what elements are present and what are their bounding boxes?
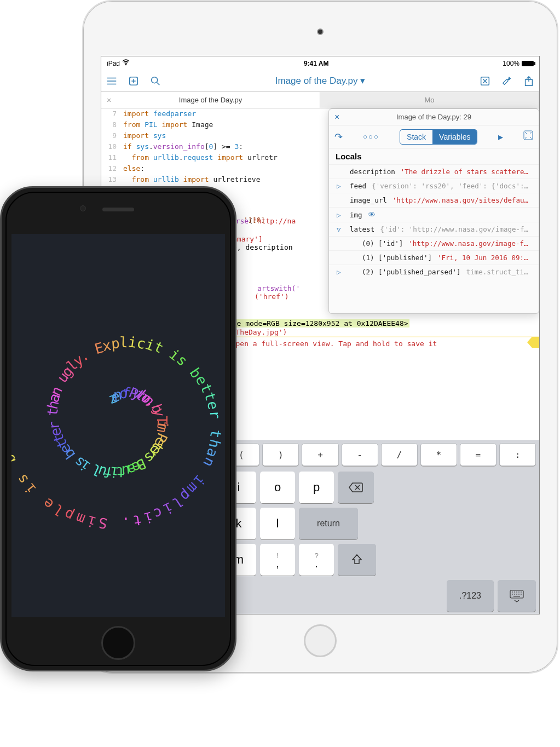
- variable-row[interactable]: (1) ['published']'Fri, 10 Jun 2016 09:5…: [329, 250, 539, 265]
- key[interactable]: o: [260, 472, 295, 503]
- variable-row[interactable]: ▽latest{'id': 'http://www.nasa.gov/image…: [329, 222, 539, 236]
- spiral-char: e: [11, 441, 14, 454]
- variable-row[interactable]: (0) ['id']'http://www.nasa.gov/image-fea…: [329, 236, 539, 250]
- mode-key[interactable]: .?123: [447, 580, 494, 612]
- debugger-title-bar: × Image of the Day.py: 29: [329, 109, 539, 125]
- hide-keyboard-key[interactable]: [498, 580, 536, 612]
- spiral-char: e: [204, 400, 222, 411]
- spiral-char: t: [132, 512, 143, 529]
- iphone-speaker-icon: [102, 208, 134, 211]
- debugger-toolbar: ↷ ○○○ Stack Variables ▸: [329, 125, 539, 148]
- share-icon[interactable]: [523, 75, 535, 87]
- key[interactable]: !,: [260, 544, 295, 576]
- iphone-frame: zen of Python, by Tim Peters Beautiful i…: [0, 186, 236, 671]
- ipad-home-button[interactable]: [304, 624, 337, 657]
- file-title[interactable]: Image of the Day.py ▾: [275, 76, 366, 86]
- clear-icon[interactable]: [479, 75, 491, 87]
- inline-repr: mage mode=RGB size=1280x952 at 0x12DAEEE…: [223, 319, 409, 327]
- variable-row[interactable]: ▷(2) ['published_parsed']time.struct_ti…: [329, 265, 539, 279]
- spiral-char: [110, 515, 119, 532]
- tab-label: Mo: [424, 96, 434, 104]
- key[interactable]: :: [499, 443, 536, 466]
- tab-label: Image of the Day.py: [179, 96, 242, 104]
- iphone-screen: zen of Python, by Tim Peters Beautiful i…: [11, 234, 225, 617]
- close-tab-icon[interactable]: ×: [107, 96, 111, 105]
- seg-variables[interactable]: Variables: [432, 130, 477, 144]
- seg-stack[interactable]: Stack: [400, 130, 432, 144]
- key[interactable]: *: [420, 443, 457, 466]
- search-icon[interactable]: [149, 75, 161, 87]
- spiral-char: m: [73, 509, 88, 528]
- shift-key[interactable]: [338, 544, 376, 576]
- new-file-icon[interactable]: [128, 75, 140, 87]
- step-over-icon[interactable]: ↷: [334, 131, 343, 143]
- zen-spiral: zen of Python, by Tim Peters Beautiful i…: [11, 234, 225, 617]
- wifi-icon: [122, 59, 130, 67]
- ipad-camera: [317, 28, 324, 35]
- key[interactable]: /: [381, 443, 418, 466]
- key[interactable]: ?.: [299, 544, 334, 576]
- debugger-segment[interactable]: Stack Variables: [400, 129, 477, 145]
- variable-row[interactable]: ▷img👁: [329, 207, 539, 222]
- close-debugger-icon[interactable]: ×: [334, 112, 339, 122]
- expand-icon[interactable]: [523, 130, 533, 143]
- tab-inactive[interactable]: Mo: [320, 92, 539, 108]
- variable-row[interactable]: ▷feed{'version': 'rss20', 'feed': {'docs…: [329, 179, 539, 193]
- key[interactable]: p: [299, 472, 334, 503]
- iphone-camera-icon: [80, 205, 86, 211]
- svg-point-2: [152, 77, 158, 83]
- debugger-title: Image of the Day.py: 29: [396, 113, 471, 121]
- key[interactable]: ): [262, 443, 299, 466]
- spiral-char: S: [97, 514, 108, 532]
- battery-icon: [522, 61, 534, 66]
- spiral-char: .: [122, 514, 131, 531]
- key[interactable]: l: [260, 508, 295, 539]
- status-device: iPad: [107, 60, 120, 67]
- tab-active[interactable]: × Image of the Day.py: [101, 92, 320, 108]
- wrench-icon[interactable]: [501, 75, 513, 87]
- variables-list: description'The drizzle of stars scatter…: [329, 164, 539, 279]
- status-battery-text: 100%: [503, 60, 519, 67]
- status-bar: iPad 9:41 AM 100%: [101, 56, 539, 70]
- continue-icon[interactable]: ▸: [498, 131, 503, 143]
- return-key[interactable]: return: [299, 508, 358, 539]
- iphone-home-button[interactable]: [101, 626, 135, 660]
- debugger-panel: × Image of the Day.py: 29 ↷ ○○○ Stack Va…: [328, 108, 539, 314]
- spiral-char: [207, 420, 224, 429]
- main-toolbar: Image of the Day.py ▾: [101, 70, 539, 92]
- variable-row[interactable]: image_url'http://www.nasa.gov/sites/defa…: [329, 193, 539, 207]
- backspace-key[interactable]: [338, 472, 374, 503]
- spiral-char: r: [206, 410, 223, 420]
- status-time: 9:41 AM: [304, 60, 329, 67]
- more-icon[interactable]: ○○○: [363, 133, 379, 141]
- code-frag-starts: artswith(': [257, 284, 300, 292]
- menu-icon[interactable]: [106, 75, 118, 87]
- variable-row[interactable]: description'The drizzle of stars scatter…: [329, 164, 539, 179]
- key[interactable]: +: [302, 443, 338, 466]
- locals-header: Locals: [329, 148, 539, 164]
- spiral-char: i: [85, 512, 98, 530]
- file-tabs: × Image of the Day.py Mo: [101, 92, 539, 108]
- key[interactable]: -: [342, 443, 378, 466]
- svg-point-0: [125, 64, 127, 66]
- key[interactable]: =: [460, 443, 497, 466]
- eye-icon[interactable]: 👁: [368, 210, 376, 219]
